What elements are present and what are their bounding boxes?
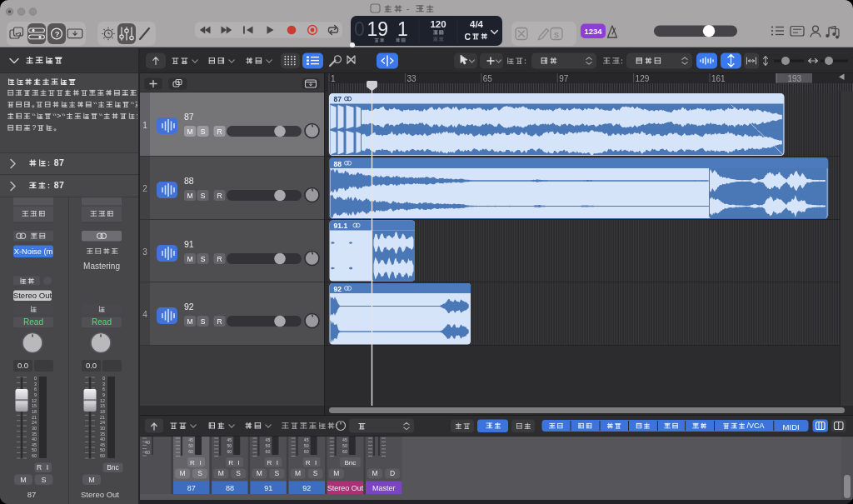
- svg-text:7: 7: [59, 180, 64, 190]
- svg-text:129: 129: [636, 74, 650, 83]
- svg-text:45: 45: [342, 437, 347, 442]
- svg-text:>: >: [57, 112, 61, 120]
- svg-text:9: 9: [102, 392, 105, 397]
- svg-text:45: 45: [266, 437, 271, 442]
- svg-text:S: S: [201, 192, 206, 200]
- svg-text:S: S: [201, 317, 206, 326]
- svg-text:9: 9: [34, 392, 37, 397]
- svg-text:1: 1: [142, 121, 147, 130]
- svg-text:R: R: [37, 463, 42, 472]
- svg-text:92: 92: [334, 285, 342, 293]
- svg-text:1: 1: [397, 18, 408, 40]
- svg-text:M: M: [179, 469, 185, 477]
- svg-text:1: 1: [331, 74, 336, 83]
- svg-text:40: 40: [32, 437, 37, 442]
- svg-text:60: 60: [145, 450, 150, 455]
- svg-text:Stereo Out: Stereo Out: [81, 490, 119, 499]
- svg-text:60: 60: [100, 453, 105, 458]
- svg-text:30: 30: [100, 426, 105, 431]
- svg-text:50: 50: [342, 443, 347, 448]
- svg-text:Mastering: Mastering: [83, 262, 120, 271]
- svg-text:4/4: 4/4: [470, 19, 484, 29]
- svg-text:I: I: [238, 459, 240, 467]
- svg-text:M: M: [333, 469, 339, 477]
- svg-text:R: R: [217, 255, 222, 263]
- svg-text:M: M: [88, 476, 95, 484]
- svg-text:?: ?: [55, 29, 60, 38]
- svg-text:Bnc: Bnc: [107, 463, 119, 472]
- svg-text:M: M: [295, 469, 301, 477]
- svg-text:161: 161: [711, 74, 726, 83]
- svg-text:92: 92: [184, 302, 194, 312]
- svg-text:15: 15: [100, 403, 105, 408]
- svg-text:88: 88: [334, 160, 342, 168]
- svg-text:M: M: [218, 469, 224, 477]
- svg-text:60: 60: [32, 453, 37, 458]
- svg-text:Read: Read: [92, 317, 112, 327]
- svg-text:60: 60: [227, 449, 232, 454]
- svg-text:M: M: [187, 192, 192, 200]
- svg-text:D: D: [390, 469, 395, 477]
- svg-text:/VCA: /VCA: [747, 422, 765, 430]
- svg-text:60: 60: [304, 449, 309, 454]
- svg-text:M: M: [257, 469, 262, 477]
- svg-text:15: 15: [32, 403, 37, 408]
- svg-text:193: 193: [787, 74, 801, 83]
- svg-text:I: I: [277, 459, 278, 467]
- svg-text:2: 2: [142, 184, 147, 193]
- svg-text:18: 18: [32, 409, 37, 414]
- svg-text:M: M: [187, 127, 192, 136]
- svg-text:87: 87: [334, 95, 342, 103]
- svg-text:8: 8: [54, 157, 59, 167]
- svg-text:88: 88: [226, 484, 234, 492]
- svg-text:50: 50: [100, 447, 105, 452]
- svg-text:35: 35: [100, 432, 105, 437]
- svg-text:S: S: [554, 31, 559, 39]
- svg-text:R: R: [190, 459, 195, 467]
- svg-text:R: R: [217, 127, 222, 136]
- svg-text:1234: 1234: [584, 27, 602, 36]
- svg-text:0.0: 0.0: [17, 361, 28, 370]
- svg-text:0: 0: [102, 376, 105, 381]
- svg-text:88: 88: [184, 176, 194, 186]
- svg-text:0.0: 0.0: [86, 361, 97, 370]
- svg-text:24: 24: [100, 420, 105, 425]
- svg-text:30: 30: [32, 426, 37, 431]
- svg-text:I: I: [199, 459, 201, 467]
- svg-text:M: M: [20, 476, 27, 484]
- svg-text:92: 92: [302, 484, 311, 492]
- svg-text:8: 8: [54, 180, 59, 190]
- svg-text:M: M: [372, 469, 377, 477]
- svg-text:-: -: [407, 3, 410, 13]
- svg-text:S: S: [201, 127, 206, 136]
- svg-text:Bnc: Bnc: [344, 459, 356, 467]
- svg-text:91: 91: [184, 239, 194, 249]
- svg-text:S: S: [236, 469, 241, 477]
- svg-text:60: 60: [188, 449, 193, 454]
- svg-text:50: 50: [32, 447, 37, 452]
- svg-text:40: 40: [100, 437, 105, 442]
- svg-text:24: 24: [32, 420, 37, 425]
- svg-text:45: 45: [100, 442, 105, 447]
- svg-text:M: M: [187, 317, 192, 326]
- svg-text:40: 40: [145, 440, 150, 445]
- svg-text:3: 3: [102, 382, 105, 387]
- svg-text:R: R: [228, 459, 233, 467]
- svg-text:0: 0: [34, 376, 37, 381]
- svg-text:Master: Master: [372, 484, 396, 492]
- svg-text:60: 60: [266, 449, 271, 454]
- svg-text:87: 87: [27, 490, 37, 499]
- svg-text:0: 0: [354, 18, 365, 40]
- svg-text:I: I: [315, 459, 317, 467]
- svg-text:65: 65: [483, 74, 493, 83]
- svg-text:120: 120: [430, 19, 446, 29]
- svg-text:Stereo Out: Stereo Out: [13, 291, 52, 300]
- svg-text:91: 91: [264, 484, 272, 492]
- svg-text:R: R: [217, 192, 222, 200]
- svg-text:S: S: [275, 469, 280, 477]
- svg-text:50: 50: [266, 443, 271, 448]
- svg-text:3: 3: [34, 382, 37, 387]
- svg-text:Stereo Out: Stereo Out: [327, 484, 364, 492]
- svg-text:50: 50: [188, 443, 193, 448]
- svg-text:12: 12: [100, 398, 105, 403]
